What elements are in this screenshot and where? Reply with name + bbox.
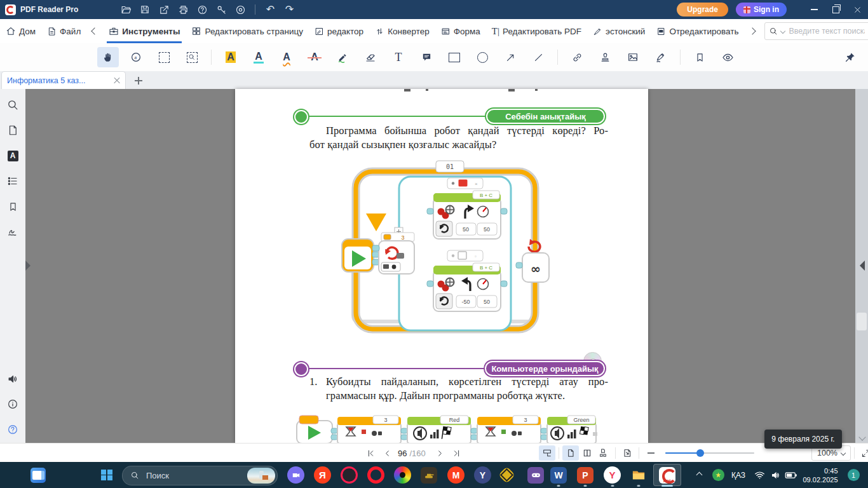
menu-form[interactable]: Форма bbox=[435, 19, 486, 43]
text-tool-icon[interactable]: T bbox=[388, 47, 409, 67]
open-file-icon[interactable] bbox=[116, 1, 135, 18]
taskbar-app-game-controller[interactable] bbox=[527, 462, 544, 488]
taskbar-app-pdf-reader[interactable]: PDF bbox=[656, 462, 679, 488]
taskbar-app-color-wheel[interactable] bbox=[394, 462, 411, 488]
tray-hidden-icons-button[interactable] bbox=[691, 462, 707, 488]
menu-home[interactable]: Дом bbox=[0, 19, 41, 43]
squiggly-underline-tool-icon[interactable]: A bbox=[276, 47, 297, 67]
hand-tool-icon[interactable] bbox=[97, 47, 119, 67]
tab-close-icon[interactable] bbox=[114, 78, 120, 84]
right-panel-expand-arrow[interactable] bbox=[860, 261, 865, 271]
sidebar-help-icon[interactable] bbox=[3, 420, 22, 439]
search-input[interactable] bbox=[787, 26, 866, 36]
first-page-button[interactable] bbox=[362, 445, 379, 461]
single-page-view-button[interactable] bbox=[562, 445, 579, 461]
menu-edit-pdf[interactable]: T|Редактировать PDF bbox=[486, 19, 587, 43]
close-button[interactable] bbox=[846, 0, 868, 19]
menu-redact[interactable]: Отредактировать bbox=[651, 19, 744, 43]
clock-date[interactable]: 0:4509.02.2025 bbox=[799, 462, 841, 488]
sidebar-search-icon[interactable] bbox=[3, 95, 22, 114]
rectangle-tool-icon[interactable] bbox=[444, 47, 465, 67]
strikethrough-tool-icon[interactable]: A bbox=[304, 47, 325, 67]
ellipse-tool-icon[interactable] bbox=[471, 47, 493, 67]
taskbar-app-opera-gx[interactable] bbox=[341, 462, 358, 488]
sidebar-expand-arrow[interactable] bbox=[25, 261, 31, 271]
read-aloud-icon[interactable] bbox=[3, 369, 22, 388]
save-icon[interactable] bbox=[135, 1, 154, 18]
image-tool-icon[interactable] bbox=[622, 47, 644, 67]
zoom-out-button[interactable] bbox=[642, 445, 659, 461]
sign-in-button[interactable]: Sign in bbox=[736, 3, 787, 17]
taskbar-search-box[interactable] bbox=[122, 466, 278, 485]
previous-page-button[interactable] bbox=[379, 445, 395, 461]
menu-file[interactable]: Файл bbox=[41, 19, 86, 43]
print-icon[interactable] bbox=[173, 1, 193, 18]
new-tab-button[interactable] bbox=[135, 77, 142, 85]
sidebar-bookmark-icon[interactable] bbox=[3, 197, 22, 216]
share-icon[interactable] bbox=[154, 1, 173, 18]
taskbar-app-yandex-browser[interactable]: Y bbox=[604, 462, 621, 488]
password-key-icon[interactable] bbox=[212, 1, 231, 18]
taskbar-search-input[interactable] bbox=[145, 470, 224, 481]
menu-edit-page[interactable]: Редактировать страницу bbox=[186, 19, 308, 43]
scroll-down-icon[interactable] bbox=[858, 433, 865, 440]
sidebar-signature-icon[interactable] bbox=[3, 222, 22, 241]
minimize-button[interactable] bbox=[803, 0, 825, 19]
menu-converter[interactable]: Конвертер bbox=[369, 19, 435, 43]
marquee-select-icon[interactable] bbox=[153, 47, 175, 67]
next-page-button[interactable] bbox=[432, 445, 449, 461]
two-page-view-button[interactable] bbox=[579, 445, 595, 461]
fit-width-button[interactable] bbox=[539, 445, 555, 461]
thumbnail-view-button[interactable] bbox=[595, 445, 612, 461]
underline-tool-icon[interactable]: A bbox=[248, 47, 269, 67]
taskbar-app-word[interactable]: W bbox=[550, 462, 567, 488]
sidebar-outline-icon[interactable] bbox=[3, 172, 22, 191]
taskbar-app-games-y[interactable]: Y bbox=[474, 462, 491, 488]
page-fit-options-button[interactable] bbox=[619, 445, 635, 461]
zoom-slider[interactable] bbox=[665, 452, 754, 454]
keyboard-layout-indicator[interactable]: ҚАЗ bbox=[728, 462, 749, 488]
bookmark-tool-icon[interactable] bbox=[689, 47, 710, 67]
line-tool-icon[interactable] bbox=[527, 47, 549, 67]
wifi-icon[interactable] bbox=[751, 462, 768, 488]
marquee-zoom-icon[interactable] bbox=[181, 47, 203, 67]
taskbar-app-powerpoint[interactable]: P bbox=[577, 462, 593, 488]
info-icon[interactable] bbox=[3, 395, 22, 414]
settings-icon[interactable] bbox=[231, 1, 250, 18]
taskbar-app-explorer[interactable] bbox=[630, 462, 647, 488]
comment-tool-icon[interactable] bbox=[416, 47, 437, 67]
start-button[interactable] bbox=[95, 462, 118, 488]
menu-editor[interactable]: редактор bbox=[309, 19, 369, 43]
volume-icon[interactable] bbox=[768, 462, 784, 488]
zoom-slider-knob[interactable] bbox=[696, 449, 704, 457]
fullscreen-button[interactable] bbox=[858, 445, 868, 461]
translate-icon[interactable]: a bbox=[125, 47, 147, 67]
taskbar-app-yandex[interactable]: Я bbox=[314, 462, 331, 488]
link-tool-icon[interactable] bbox=[566, 47, 588, 67]
pin-toolbar-icon[interactable] bbox=[839, 47, 860, 67]
sidebar-thumbnails-icon[interactable] bbox=[3, 121, 22, 140]
restore-button[interactable] bbox=[825, 0, 846, 19]
document-search-box[interactable] bbox=[764, 22, 868, 40]
eraser-icon[interactable] bbox=[360, 47, 381, 67]
search-highlight-image[interactable] bbox=[247, 468, 275, 484]
taskbar-app-music[interactable]: М bbox=[447, 462, 465, 488]
upgrade-button[interactable]: Upgrade bbox=[677, 3, 728, 17]
arrow-tool-icon[interactable] bbox=[499, 47, 521, 67]
menu-estonian[interactable]: эстонский bbox=[587, 19, 651, 43]
notification-badge[interactable]: 1 bbox=[844, 462, 863, 488]
stamp-tool-icon[interactable] bbox=[594, 47, 616, 67]
sidebar-annotations-icon[interactable]: A bbox=[3, 146, 22, 165]
tray-antivirus-icon[interactable] bbox=[709, 462, 727, 488]
undo-icon[interactable]: ↶ bbox=[261, 1, 280, 18]
taskbar-app-videocall[interactable] bbox=[287, 462, 304, 488]
highlight-tool-icon[interactable]: A bbox=[220, 47, 241, 67]
menu-forward-button[interactable] bbox=[744, 19, 761, 43]
current-page-number[interactable]: 96 bbox=[398, 449, 407, 458]
signature-tool-icon[interactable] bbox=[650, 47, 672, 67]
scrollbar-thumb[interactable] bbox=[857, 313, 867, 330]
menu-tools[interactable]: Инструменты bbox=[103, 19, 186, 43]
last-page-button[interactable] bbox=[449, 445, 465, 461]
preview-eye-icon[interactable] bbox=[717, 47, 738, 67]
menu-back-button[interactable] bbox=[86, 19, 103, 43]
